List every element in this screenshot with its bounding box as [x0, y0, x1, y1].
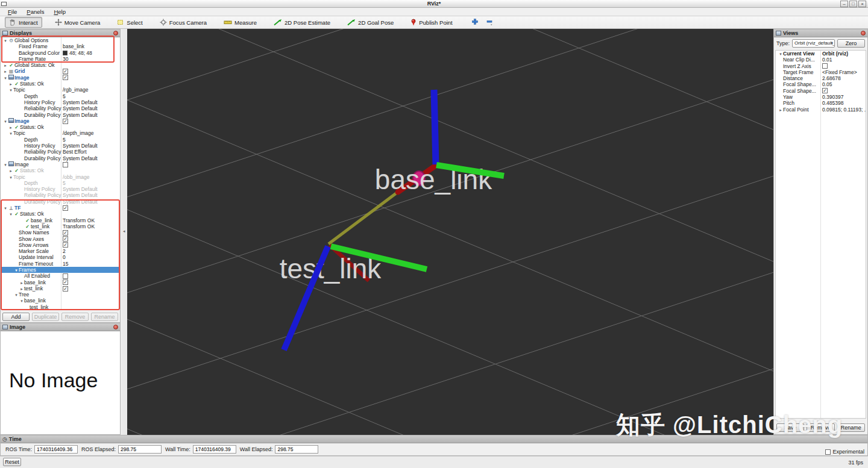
display-row-update-interval[interactable]: Update Interval0 [1, 254, 120, 260]
time-field-input-ros-elapsed[interactable] [118, 445, 162, 454]
row-value[interactable]: System Default [63, 143, 98, 149]
color-swatch[interactable] [63, 51, 68, 55]
display-row-base-link[interactable]: ✓base_linkTransform OK [1, 217, 120, 223]
display-row-frame-rate[interactable]: Frame Rate30 [1, 56, 120, 62]
tool-move-camera[interactable]: Move Camera [51, 17, 105, 28]
row-value[interactable]: 0.05 [822, 81, 832, 87]
view-row-near-clip-di[interactable]: Near Clip Di...0.01 [776, 57, 866, 63]
display-row-fixed-frame[interactable]: Fixed Framebase_link [1, 43, 120, 49]
zero-button[interactable]: Zero [837, 39, 865, 48]
row-value[interactable]: Transform OK [63, 217, 95, 223]
close-button[interactable]: × [858, 1, 866, 7]
row-value[interactable]: 30 [63, 56, 68, 62]
display-row-durability-policy[interactable]: Durability PolicySystem Default [1, 155, 120, 161]
checkbox-show-axes[interactable]: ✓ [63, 236, 68, 242]
display-row-depth[interactable]: Depth5 [1, 137, 120, 143]
display-row-topic[interactable]: ▾Topic/depth_image [1, 130, 120, 136]
row-value[interactable]: 5 [63, 180, 66, 186]
checkbox-invert-z-axis[interactable] [822, 63, 828, 69]
display-row-all-enabled[interactable]: All Enabled [1, 273, 120, 279]
minus-icon[interactable] [486, 17, 493, 28]
displays-close-icon[interactable] [113, 31, 118, 36]
view-row-target-frame[interactable]: Target Frame<Fixed Frame> [776, 69, 866, 75]
display-row-history-policy[interactable]: History PolicySystem Default [1, 99, 120, 105]
display-row-background-color[interactable]: Background Color48; 48; 48 [1, 50, 120, 56]
plus-icon[interactable] [471, 17, 479, 28]
left-splitter[interactable]: ◂ [122, 29, 127, 435]
view-row-invert-z-axis[interactable]: Invert Z Axis [776, 63, 866, 69]
row-value[interactable]: 2 [63, 248, 66, 254]
display-row-image[interactable]: ▾Image✓ [1, 75, 120, 81]
row-value[interactable]: System Default [63, 199, 98, 205]
display-row-image[interactable]: ▾Image✓ [1, 118, 120, 124]
view-row-current-view[interactable]: ▾Current ViewOrbit (rviz) [776, 51, 866, 57]
row-value[interactable]: /depth_image [63, 130, 94, 136]
maximize-button[interactable]: □ [849, 1, 857, 7]
checkbox-image[interactable] [63, 162, 68, 167]
row-value[interactable]: Best Effort [63, 149, 87, 155]
display-row-base-link[interactable]: ▸base_link✓ [1, 279, 120, 285]
display-row-image[interactable]: ▾Image [1, 161, 120, 167]
display-row-base-link[interactable]: ▾base_link [1, 298, 120, 304]
checkbox-show-arrows[interactable]: ✓ [63, 242, 68, 248]
displays-remove-button[interactable]: Remove [61, 313, 89, 321]
displays-rename-button[interactable]: Rename [91, 313, 118, 321]
display-row-tree[interactable]: ▾Tree [1, 292, 120, 298]
checkbox-image[interactable]: ✓ [63, 75, 68, 80]
displays-duplicate-button[interactable]: Duplicate [32, 313, 59, 321]
row-value[interactable]: 0.01 [822, 57, 832, 63]
tool-focus-camera[interactable]: Focus Camera [156, 17, 211, 28]
collapse-left-icon[interactable]: ◂ [123, 229, 125, 234]
row-value[interactable]: Orbit (rviz) [822, 51, 848, 57]
time-field-input-wall-time[interactable] [193, 445, 236, 454]
experimental-checkbox[interactable] [825, 449, 831, 455]
views-panel-header[interactable]: Views [774, 30, 867, 37]
display-row-tf[interactable]: ▾⟂TF✓ [1, 205, 120, 211]
view-row-focal-point[interactable]: ▸Focal Point0.09815; 0.11193; ... [776, 107, 866, 113]
checkbox-all-enabled[interactable] [63, 273, 68, 279]
display-row-history-policy[interactable]: History PolicySystem Default [1, 143, 120, 149]
row-value[interactable]: /obb_image [63, 174, 89, 180]
display-row-history-policy[interactable]: History PolicySystem Default [1, 186, 120, 192]
tool-select[interactable]: Select [113, 17, 146, 28]
display-row-frame-timeout[interactable]: Frame Timeout15 [1, 261, 120, 267]
image-panel-close-icon[interactable] [113, 325, 118, 329]
display-row-topic[interactable]: ▾Topic/rgb_image [1, 87, 120, 93]
3d-viewport[interactable]: base_link test_link [127, 29, 773, 435]
display-row-show-names[interactable]: Show Names✓ [1, 229, 120, 236]
display-row-test-link[interactable]: ✓test_linkTransform OK [1, 223, 120, 229]
time-field-input-ros-time[interactable] [34, 445, 78, 454]
view-row-yaw[interactable]: Yaw0.390397 [776, 94, 866, 100]
display-row-grid[interactable]: ▸▦Grid✓ [1, 68, 120, 74]
display-row-reliability-policy[interactable]: Reliability PolicyBest Effort [1, 149, 120, 155]
display-row-reliability-policy[interactable]: Reliability PolicySystem Default [1, 192, 120, 198]
expander-icon[interactable]: ▸ [778, 107, 783, 113]
views-close-icon[interactable] [861, 31, 866, 36]
checkbox-grid[interactable]: ✓ [63, 69, 68, 74]
display-row-status-ok[interactable]: ▸✓Status: Ok [1, 167, 120, 173]
row-value[interactable]: 48; 48; 48 [69, 50, 92, 56]
menu-file[interactable]: File [4, 8, 21, 16]
display-row-depth[interactable]: Depth5 [1, 93, 120, 99]
display-row-show-axes[interactable]: Show Axes✓ [1, 236, 120, 242]
row-value[interactable]: 5 [63, 137, 66, 143]
display-row-topic[interactable]: ▾Topic/obb_image [1, 174, 120, 180]
display-row-durability-policy[interactable]: Durability PolicySystem Default [1, 112, 120, 118]
display-row-test-link[interactable]: ▸test_link✓ [1, 285, 120, 292]
tool-interact[interactable]: Interact [5, 17, 42, 28]
checkbox-tf[interactable]: ✓ [63, 205, 68, 211]
menu-panels[interactable]: Panels [22, 8, 48, 16]
views-remove-button[interactable]: Remove [807, 423, 834, 432]
display-row-status-ok[interactable]: ▾✓Status: Ok [1, 211, 120, 217]
display-row-global-status-ok[interactable]: ▸✓Global Status: Ok [1, 62, 120, 68]
tool-2d-pose-estimate[interactable]: 2D Pose Estimate [269, 17, 335, 28]
view-type-combo[interactable]: Orbit (rviz_default_ ▾ [792, 39, 835, 48]
row-value[interactable]: base_link [63, 43, 84, 49]
display-row-frames[interactable]: ▾Frames [1, 267, 120, 273]
view-row-distance[interactable]: Distance2.68678 [776, 75, 866, 81]
checkbox-focal-shape[interactable]: ✓ [822, 88, 828, 93]
row-value[interactable]: 0.390397 [822, 94, 843, 100]
reset-button[interactable]: Reset [3, 458, 21, 466]
checkbox-image[interactable]: ✓ [63, 119, 68, 124]
display-row-reliability-policy[interactable]: Reliability PolicySystem Default [1, 105, 120, 111]
